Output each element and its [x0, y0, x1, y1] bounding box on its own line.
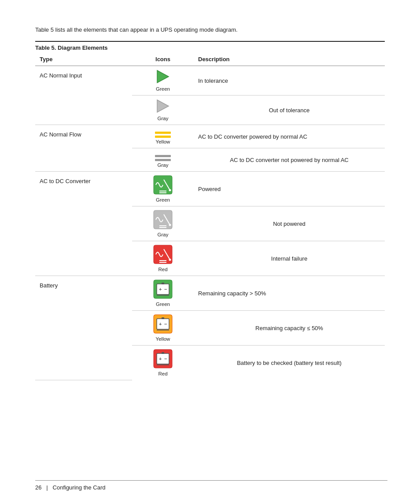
icon-cell-gray-converter: Gray [132, 206, 194, 241]
icon-cell-green-triangle: Green [132, 66, 194, 96]
desc-powered: Powered [194, 172, 385, 206]
svg-point-14 [169, 259, 171, 261]
svg-text:−: − [164, 287, 167, 292]
footer: 26 | Configuring the Card [35, 480, 387, 491]
desc-not-powered: Not powered [194, 206, 385, 241]
icon-cell-green-battery: + − Green [132, 276, 194, 311]
type-battery: Battery [35, 276, 132, 380]
svg-rect-25 [162, 317, 164, 319]
page-number: 26 [35, 484, 41, 491]
gray-converter-icon [153, 210, 173, 229]
svg-text:+: + [159, 356, 162, 361]
svg-marker-1 [157, 100, 169, 112]
icon-label-green3: Green [136, 302, 189, 307]
icon-cell-gray-lines: Gray [132, 148, 194, 172]
icon-label-green: Green [136, 86, 189, 92]
table-row: AC Normal Flow Yellow AC to DC converter… [35, 125, 385, 148]
gray-lines-icon [155, 155, 171, 161]
gray-triangle-icon [156, 99, 169, 113]
type-ac-to-dc-converter: AC to DC Converter [35, 172, 132, 276]
icon-cell-gray-triangle: Gray [132, 96, 194, 125]
icon-cell-yellow-lines: Yellow [132, 125, 194, 148]
desc-ac-to-dc-powered: AC to DC converter powered by normal AC [194, 125, 385, 148]
svg-text:+: + [159, 287, 162, 292]
table-row: AC to DC Converter Green Powered [35, 172, 385, 206]
col-icons: Icons [132, 53, 194, 66]
col-description: Description [194, 53, 385, 66]
type-ac-normal-flow: AC Normal Flow [35, 125, 132, 172]
icon-label-gray2: Gray [136, 162, 189, 168]
desc-remaining-capacity-50minus: Remaining capacity ≤ 50% [194, 311, 385, 346]
icon-label-red2: Red [136, 371, 189, 376]
green-converter-icon [153, 175, 173, 195]
green-triangle-icon [156, 70, 169, 84]
diagram-elements-table: Type Icons Description AC Normal Input G… [35, 53, 385, 380]
icon-label-gray: Gray [136, 116, 189, 121]
desc-internal-failure: Internal failure [194, 241, 385, 276]
table-row: Battery + − Green Remaining capacity > 5… [35, 276, 385, 311]
yellow-lines-icon [155, 132, 171, 138]
icon-cell-red-converter: Red [132, 241, 194, 276]
red-converter-icon [153, 245, 173, 264]
svg-rect-19 [162, 283, 164, 284]
table-row: AC Normal Input Green In tolerance [35, 66, 385, 96]
icon-label-yellow2: Yellow [136, 336, 189, 342]
icon-label-green2: Green [136, 197, 189, 202]
type-ac-normal-input: AC Normal Input [35, 66, 132, 125]
desc-out-of-tolerance: Out of tolerance [194, 96, 385, 125]
table-title: Table 5. Diagram Elements [35, 41, 385, 53]
desc-in-tolerance: In tolerance [194, 66, 385, 96]
svg-marker-0 [157, 70, 169, 83]
intro-text: Table 5 lists all the elements that can … [35, 26, 385, 33]
green-battery-icon: + − [153, 280, 173, 299]
icon-cell-yellow-battery: + − Yellow [132, 311, 194, 346]
svg-point-9 [169, 224, 171, 226]
svg-text:+: + [159, 321, 162, 327]
svg-text:−: − [164, 356, 167, 361]
icon-cell-red-battery: + − Red [132, 346, 194, 380]
desc-battery-check: Battery to be checked (battery test resu… [194, 346, 385, 380]
svg-text:−: − [164, 321, 167, 327]
col-type: Type [35, 53, 132, 66]
footer-divider [35, 480, 387, 481]
icon-cell-green-converter: Green [132, 172, 194, 206]
icon-label-red: Red [136, 267, 189, 272]
footer-section: Configuring the Card [53, 484, 106, 491]
footer-separator: | [43, 484, 52, 491]
yellow-battery-icon: + − [153, 314, 173, 334]
red-battery-icon: + − [153, 349, 173, 368]
desc-ac-to-dc-not-powered: AC to DC converter not powered by normal… [194, 148, 385, 172]
icon-label-gray3: Gray [136, 232, 189, 237]
svg-point-4 [169, 189, 171, 191]
icon-label-yellow: Yellow [136, 139, 189, 144]
svg-rect-31 [162, 352, 164, 354]
desc-remaining-capacity-50plus: Remaining capacity > 50% [194, 276, 385, 311]
